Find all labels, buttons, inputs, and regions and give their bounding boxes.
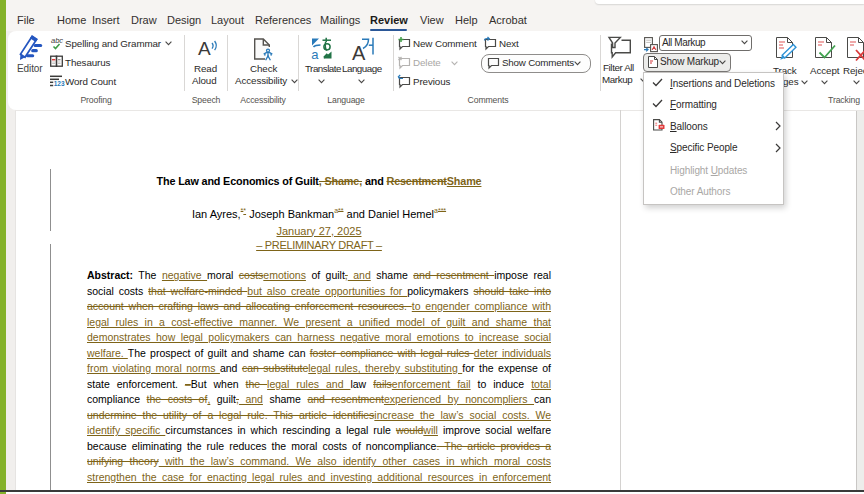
svg-text:123: 123 [54,80,65,87]
svg-text:A: A [198,38,211,59]
svg-text:A: A [352,42,366,64]
svg-text:a: a [311,47,319,62]
svg-text:abc: abc [51,36,63,45]
